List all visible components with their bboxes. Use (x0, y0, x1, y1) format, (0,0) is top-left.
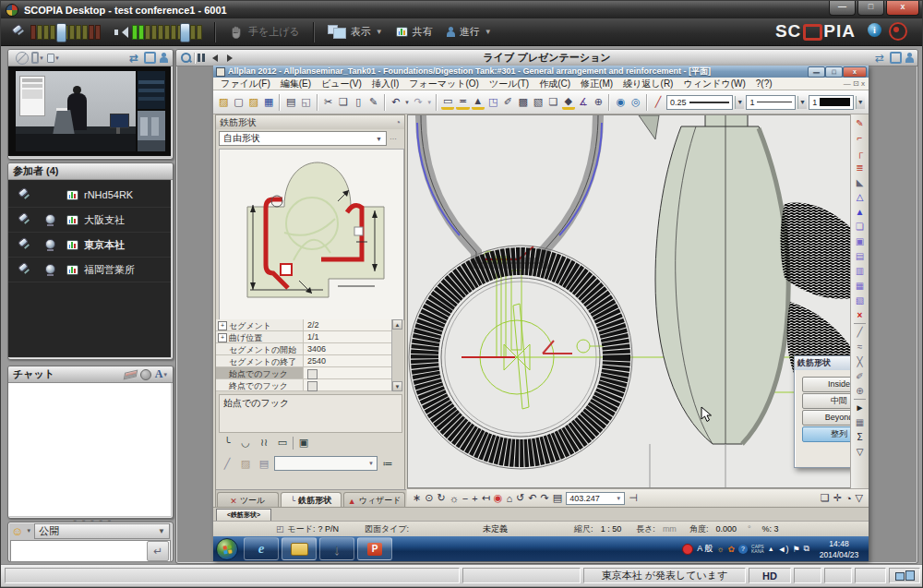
allplan-minimize-button[interactable]: — (808, 66, 825, 78)
select-arrow-icon[interactable]: ► (853, 401, 867, 414)
home-view-icon[interactable]: ⌂ (506, 493, 512, 504)
raise-hand-button[interactable]: 手を上げる (222, 23, 306, 42)
cut-icon[interactable]: ✂ (322, 94, 335, 110)
tool-select-icon[interactable]: ◳ (486, 94, 499, 110)
palette-more-button[interactable]: … (390, 133, 397, 141)
allplan-close-button[interactable]: x (843, 66, 867, 78)
slope-icon[interactable]: ◣ (853, 175, 867, 189)
volume-icon[interactable]: ◄) (778, 545, 789, 554)
start-button[interactable] (216, 538, 238, 560)
stack-4-icon[interactable]: ▧ (853, 294, 867, 307)
brightness-icon[interactable]: ☼ (450, 493, 459, 504)
funnel-icon[interactable]: ▽ (856, 492, 863, 504)
taskbar-clock[interactable]: 14:48 2014/04/23 (811, 536, 867, 561)
menu-edit[interactable]: 編集(E) (276, 78, 316, 90)
undo-view-icon[interactable]: ↶ (528, 492, 536, 504)
tray-help-icon[interactable]: ? (738, 545, 748, 554)
speaker-level-slider[interactable] (132, 25, 202, 40)
favorite-save-icon[interactable]: ▤ (256, 457, 272, 471)
tool-layer-icon[interactable]: ❏ (546, 94, 559, 110)
proceed-menu-button[interactable]: 進行▼ (439, 23, 498, 41)
copy-icon[interactable]: ❏ (337, 94, 350, 110)
save-icon[interactable]: ▦ (262, 94, 275, 110)
layout-select-button[interactable]: ▼ (31, 52, 44, 64)
action-center-flag-icon[interactable]: ⚑ (792, 545, 799, 554)
visibility-select[interactable]: 公開 ▼ (34, 523, 170, 539)
stack-3-icon[interactable]: ▦ (853, 279, 867, 293)
participant-video-icon[interactable] (159, 53, 168, 64)
redo-icon[interactable]: ↷ (412, 94, 425, 110)
tray-app-icon[interactable] (682, 544, 693, 555)
line-type-select[interactable]: 1 (746, 95, 795, 110)
maximize-button[interactable]: □ (857, 1, 884, 16)
stack-2-icon[interactable]: ▥ (853, 264, 867, 278)
mic-level-slider[interactable] (30, 25, 101, 40)
scroll-up-icon[interactable]: ▲ (392, 319, 402, 330)
tool-dimension-icon[interactable]: ▭ (441, 95, 454, 110)
rebar-pen-icon[interactable]: ✎ (853, 116, 867, 130)
list-icon[interactable]: ≔ (379, 457, 396, 471)
dialog-beyond-button[interactable]: Beyond (802, 410, 852, 426)
dialog-inside-button[interactable]: Inside (802, 377, 852, 392)
participant-row[interactable]: 大阪支社 (8, 208, 171, 233)
menu-repeat[interactable]: 繰り返し(R) (618, 78, 677, 90)
participant-row[interactable]: 福岡営業所 (8, 258, 171, 282)
zoom-out-icon[interactable]: − (462, 493, 468, 504)
drawing-type-value[interactable]: 未定義 (483, 523, 508, 535)
pan-icon[interactable]: ↤ (482, 492, 490, 504)
pen-width-caret[interactable]: ▼ (735, 96, 744, 109)
sheet-icon[interactable]: ▤ (553, 492, 562, 504)
tray-icon-2[interactable]: ✿ (727, 545, 735, 554)
length-unit[interactable]: mm (663, 524, 677, 534)
swap-video-icon[interactable]: ⇄ (127, 52, 140, 64)
minimize-button[interactable]: — (829, 1, 856, 16)
menu-format[interactable]: フォーマット(O) (404, 78, 484, 90)
font-menu-button[interactable]: A▼ (155, 368, 168, 380)
cross-icon[interactable]: ╳ (853, 354, 867, 368)
pick-icon[interactable]: ╱ (853, 325, 867, 339)
camera-off-icon[interactable] (16, 52, 29, 65)
table-icon[interactable]: ▦ (853, 415, 867, 429)
menu-file[interactable]: ファイル(F) (216, 78, 275, 90)
favorite-select[interactable]: ▼ (274, 456, 378, 471)
hook-wave-icon[interactable]: ≀≀ (256, 436, 272, 450)
taskbar-download-button[interactable]: ↓ (319, 537, 354, 560)
undo-icon[interactable]: ↶ (390, 94, 402, 110)
hook-start-icon[interactable]: ╰ (219, 436, 235, 450)
menu-tools[interactable]: ツール(T) (485, 78, 533, 90)
tool-rebar-icon[interactable]: ≖ (456, 95, 469, 110)
hook-arc-icon[interactable]: ◡ (237, 436, 254, 450)
mdi-window-buttons[interactable]: — ⊡ x (839, 79, 869, 88)
allplan-maximize-button[interactable]: □ (825, 66, 843, 78)
tile-windows-icon[interactable]: ❏ (821, 492, 830, 504)
zoom-in-icon[interactable]: + (472, 493, 477, 504)
participant-row[interactable]: rNHd54RK (8, 183, 171, 208)
zoom-tool-icon[interactable]: ◎ (629, 94, 642, 110)
tool-measure-icon[interactable]: ∡ (577, 94, 590, 110)
rotate-view-icon[interactable]: ↺ (516, 492, 524, 504)
mirror-right-icon[interactable]: ▲ (853, 205, 867, 219)
emoji-button[interactable]: ☺ (11, 524, 23, 538)
property-row[interactable]: セグメントの終了 2540 (216, 355, 393, 367)
window-icon[interactable]: ◱ (299, 94, 312, 110)
property-row[interactable]: +セグメント 2/2 (216, 319, 393, 331)
zoom-window-icon[interactable]: ⊙ (425, 492, 433, 504)
dock-icon[interactable]: ⊣ (629, 492, 638, 504)
edit-icon[interactable]: ✐ (853, 369, 867, 383)
expand-icon[interactable]: + (218, 321, 227, 330)
line-color-select[interactable]: 1 (809, 95, 853, 110)
rebar-corner-icon[interactable]: ⌐ (853, 131, 867, 145)
menu-modify[interactable]: 修正(M) (576, 78, 617, 90)
track-point-icon[interactable]: ◉ (494, 492, 503, 504)
tool-bucket-icon[interactable]: ◆ (562, 95, 575, 110)
scale-value[interactable]: 1 : 50 (601, 524, 622, 534)
zoom-refresh-icon[interactable]: ↻ (437, 492, 445, 504)
microphone-icon[interactable] (10, 25, 25, 40)
chat-input[interactable]: ↵ (10, 540, 171, 562)
tray-icon-1[interactable]: ☼ (716, 545, 724, 554)
clear-chat-icon[interactable] (124, 368, 137, 380)
line-type-caret[interactable]: ▼ (797, 96, 807, 109)
taskbar-explorer-button[interactable] (282, 537, 317, 560)
favorite-open-icon[interactable]: ▨ (237, 457, 254, 471)
scroll-down-icon[interactable]: ▼ (392, 381, 402, 391)
